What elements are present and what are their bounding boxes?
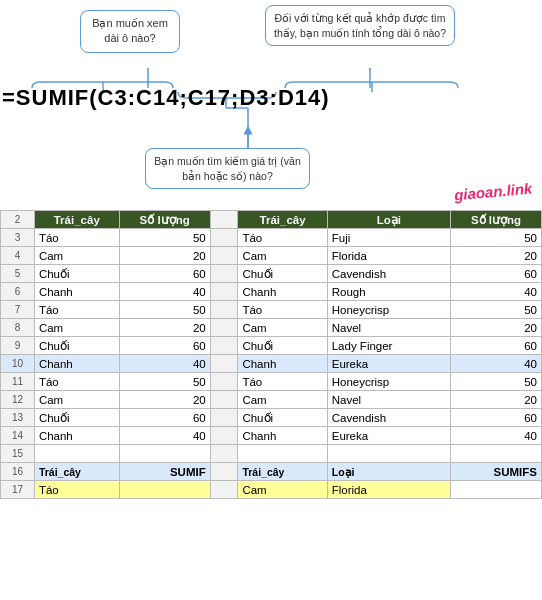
- watermark: giaoan.link: [453, 180, 533, 204]
- row-num-2: 2: [1, 211, 35, 229]
- col-e-gap-header: [210, 211, 238, 229]
- criteria-row: 17 Táo Cam Florida: [1, 481, 542, 499]
- table-row: 11 Táo 50 Táo Honeycrisp 50: [1, 373, 542, 391]
- callout-range2-text: Đối với từng kết quả khớp được tìm thấy,…: [274, 12, 446, 39]
- table-row: 6 Chanh 40 Chanh Rough 40: [1, 283, 542, 301]
- header-col-c: Trái_cây: [34, 211, 119, 229]
- data-table: 2 Trái_cây Số lượng Trái_cây Loại Số lượ…: [0, 210, 542, 499]
- callout-range1-text: Bạn muốn xem dài ô nào?: [92, 17, 168, 44]
- summary-header-row: 16 Trái_cây SUMIF Trái_cây Loại SUMIFS: [1, 463, 542, 481]
- criteria-cell-right-2[interactable]: Florida: [327, 481, 450, 499]
- table-row: 10 Chanh 40 Chanh Eureka 40: [1, 355, 542, 373]
- table-row: 8 Cam 20 Cam Navel 20: [1, 319, 542, 337]
- header-col-h: Số lượng: [450, 211, 541, 229]
- table-row: 13 Chuối 60 Chuối Cavendish 60: [1, 409, 542, 427]
- header-row: 2 Trái_cây Số lượng Trái_cây Loại Số lượ…: [1, 211, 542, 229]
- summary-col-h-header: SUMIFS: [450, 463, 541, 481]
- summary-col-g-header: Loại: [327, 463, 450, 481]
- annotation-area: Bạn muốn xem dài ô nào? Đối với từng kết…: [0, 0, 542, 210]
- summary-col-d-header: SUMIF: [119, 463, 210, 481]
- criteria-cell-left[interactable]: Táo: [34, 481, 119, 499]
- summary-col-c-header: Trái_cây: [34, 463, 119, 481]
- table-row: 7 Táo 50 Táo Honeycrisp 50: [1, 301, 542, 319]
- result-cell-left: [119, 481, 210, 499]
- table-row: 12 Cam 20 Cam Navel 20: [1, 391, 542, 409]
- header-col-g: Loại: [327, 211, 450, 229]
- result-cell-right: [450, 481, 541, 499]
- empty-row-15: 15: [1, 445, 542, 463]
- table-row: 3 Táo 50 Táo Fuji 50: [1, 229, 542, 247]
- callout-range1: Bạn muốn xem dài ô nào?: [80, 10, 180, 53]
- callout-criteria: Bạn muốn tìm kiếm giá trị (văn bản hoặc …: [145, 148, 310, 189]
- spreadsheet: 2 Trái_cây Số lượng Trái_cây Loại Số lượ…: [0, 210, 542, 499]
- table-row: 4 Cam 20 Cam Florida 20: [1, 247, 542, 265]
- callout-criteria-text: Bạn muốn tìm kiếm giá trị (văn bản hoặc …: [154, 155, 301, 182]
- header-col-d: Số lượng: [119, 211, 210, 229]
- summary-col-f-header: Trái_cây: [238, 463, 327, 481]
- header-col-f: Trái_cây: [238, 211, 327, 229]
- table-row: 9 Chuối 60 Chuối Lady Finger 60: [1, 337, 542, 355]
- table-row: 5 Chuối 60 Chuối Cavendish 60: [1, 265, 542, 283]
- table-row: 14 Chanh 40 Chanh Eureka 40: [1, 427, 542, 445]
- callout-range2: Đối với từng kết quả khớp được tìm thấy,…: [265, 5, 455, 46]
- formula-display: =SUMIF(C3:C14;C17;D3:D14): [2, 85, 330, 111]
- criteria-cell-right-1[interactable]: Cam: [238, 481, 327, 499]
